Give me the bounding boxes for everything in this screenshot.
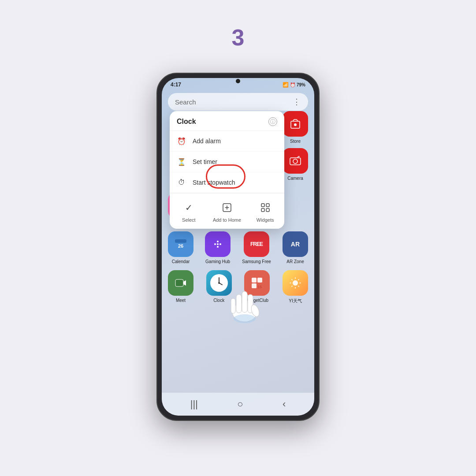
menu-item-set-timer[interactable]: ⏳ Set timer — [170, 152, 284, 172]
widgets-icon — [257, 200, 273, 216]
svg-point-6 — [294, 123, 297, 126]
back-nav-icon[interactable]: ‹ — [283, 398, 286, 410]
phone-wrapper: 4:17 📶 ⏰ 79% Search ⋮ Clock ⓘ — [156, 73, 320, 421]
svg-point-46 — [234, 314, 256, 323]
step-number-label: 3 — [232, 24, 245, 51]
select-icon: ✓ — [181, 200, 197, 216]
wifi-icon: 📶 — [283, 82, 289, 88]
add-home-icon — [219, 200, 235, 216]
svg-rect-35 — [252, 278, 257, 283]
search-bar[interactable]: Search ⋮ — [168, 93, 308, 111]
app-item-weather[interactable]: YI天气 — [283, 270, 308, 304]
status-icons: 📶 ⏰ 79% — [283, 82, 305, 88]
status-bar: 4:17 📶 ⏰ 79% — [162, 78, 314, 89]
app-item-samsungfree[interactable]: FREE Samsung Free — [242, 231, 271, 264]
svg-rect-30 — [175, 279, 183, 286]
nav-bar: ||| ○ ‹ — [162, 393, 314, 416]
app-name-arzone: AR Zone — [286, 259, 304, 264]
svg-point-29 — [217, 246, 219, 248]
widgetclub-icon: 15 — [244, 270, 270, 296]
action-label-add-to-home: Add to Home — [213, 217, 241, 223]
camera-dot — [236, 79, 240, 83]
app-item-calendar[interactable]: 26 Calendar — [168, 231, 193, 264]
menu-label-set-timer: Set timer — [193, 158, 217, 165]
context-menu-header: Clock ⓘ — [170, 111, 284, 131]
home-nav-icon[interactable]: ○ — [237, 398, 243, 410]
svg-rect-3 — [261, 208, 264, 212]
context-menu-actions: ✓ Select Add to Home — [170, 193, 284, 229]
arzone-icon: AR — [283, 231, 308, 257]
recents-nav-icon[interactable]: ||| — [190, 398, 198, 410]
status-time: 4:17 — [171, 82, 181, 88]
menu-label-start-stopwatch: Start stopwatch — [193, 179, 235, 186]
svg-point-34 — [218, 282, 220, 284]
app-name-gaminghub: Gaming Hub — [205, 259, 230, 264]
app-item-store[interactable]: Store — [283, 111, 308, 144]
app-item-widgetclub[interactable]: 15 WidgetClub — [244, 270, 270, 304]
svg-rect-36 — [257, 278, 262, 283]
app-name-samsungfree: Samsung Free — [242, 259, 271, 264]
search-text: Search — [175, 98, 196, 106]
camera-notch — [236, 79, 240, 83]
svg-rect-2 — [266, 204, 269, 207]
samsungfree-icon: FREE — [244, 231, 269, 257]
menu-label-add-alarm: Add alarm — [193, 138, 221, 145]
action-label-widgets: Widgets — [257, 217, 274, 223]
svg-point-28 — [217, 241, 219, 242]
svg-point-26 — [217, 243, 219, 245]
context-menu: Clock ⓘ ⏰ Add alarm ⏳ Set timer ⏱ Start … — [170, 111, 284, 229]
app-row-3: Meet — [168, 270, 308, 304]
phone-body: 4:17 📶 ⏰ 79% Search ⋮ Clock ⓘ — [156, 73, 320, 421]
svg-rect-37 — [252, 283, 257, 288]
svg-point-39 — [293, 280, 298, 286]
context-menu-title: Clock — [177, 118, 196, 126]
svg-rect-4 — [266, 208, 269, 212]
search-menu-icon[interactable]: ⋮ — [293, 97, 301, 107]
app-name-widgetclub: WidgetClub — [245, 298, 268, 303]
svg-text:26: 26 — [178, 243, 183, 249]
info-icon[interactable]: ⓘ — [268, 117, 277, 126]
app-item-clock[interactable]: Clock — [206, 270, 232, 304]
app-row-2: 26 Calendar — [168, 231, 308, 264]
app-name-calendar: Calendar — [172, 259, 190, 264]
clock-icon — [206, 270, 232, 296]
app-name-meet: Meet — [176, 298, 186, 303]
alarm-icon: ⏰ — [290, 82, 295, 87]
stopwatch-icon: ⏱ — [177, 178, 186, 187]
app-name-clock: Clock — [213, 298, 224, 303]
action-label-select: Select — [182, 217, 196, 223]
store-icon — [283, 111, 308, 137]
battery-text: 79% — [297, 82, 305, 87]
app-item-gaminghub[interactable]: Gaming Hub — [205, 231, 231, 264]
calendar-icon: 26 — [168, 231, 193, 257]
alarm-icon: ⏰ — [177, 136, 186, 146]
gaminghub-icon — [205, 231, 231, 257]
clock-face-inner — [210, 274, 228, 292]
action-select[interactable]: ✓ Select — [170, 197, 208, 225]
app-item-arzone[interactable]: AR AR Zone — [283, 231, 308, 264]
svg-rect-1 — [261, 204, 264, 207]
app-name-store: Store — [290, 139, 301, 144]
svg-point-25 — [214, 243, 216, 245]
app-name-weather: YI天气 — [289, 298, 301, 304]
weather-icon — [283, 270, 308, 296]
svg-rect-23 — [175, 239, 186, 243]
menu-item-start-stopwatch[interactable]: ⏱ Start stopwatch — [170, 172, 284, 193]
svg-text:15: 15 — [257, 285, 262, 289]
meet-icon — [168, 270, 193, 296]
menu-item-add-alarm[interactable]: ⏰ Add alarm — [170, 131, 284, 152]
svg-point-27 — [219, 243, 221, 245]
phone-screen: 4:17 📶 ⏰ 79% Search ⋮ Clock ⓘ — [162, 78, 314, 416]
app-item-meet[interactable]: Meet — [168, 270, 193, 304]
action-add-to-home[interactable]: Add to Home — [208, 197, 246, 225]
action-widgets[interactable]: Widgets — [246, 197, 284, 225]
timer-icon: ⏳ — [177, 157, 186, 167]
